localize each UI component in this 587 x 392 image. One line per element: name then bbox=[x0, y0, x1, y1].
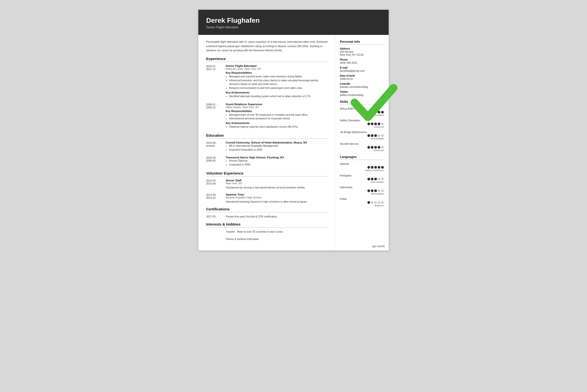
responsibility-item: Relayed communication to and from passen… bbox=[229, 86, 329, 90]
email-value: derekflug@gmail.com bbox=[340, 69, 384, 72]
interest-spacer bbox=[206, 237, 226, 241]
education-list: 2016-09 - presentCornell University, Sch… bbox=[206, 141, 329, 168]
certifications-section-title: Certifications bbox=[206, 207, 329, 212]
language-item: IndonesianIntermediate bbox=[340, 186, 384, 195]
address-label: Address bbox=[340, 47, 384, 50]
company: Hilton Hotels, New York, NY bbox=[226, 106, 329, 108]
interests-section-title: Interests & Hobbies bbox=[206, 222, 329, 228]
dob-value: 1986-04-02 bbox=[340, 77, 384, 80]
personal-info-title: Personal Info bbox=[340, 40, 384, 45]
education-bullet: BA in International Hospitality Manageme… bbox=[229, 144, 329, 148]
responsibilities-list: Managed and coached junior cabin crew me… bbox=[226, 75, 329, 90]
skill-dots bbox=[340, 146, 384, 149]
education-bullet: Expected Graduation in 2020 bbox=[229, 148, 329, 152]
institution-name: Cornell University, School of Hotel Admi… bbox=[226, 141, 329, 144]
dot-filled bbox=[374, 146, 377, 149]
volunteer-description: Volunteered by serving in fast-paced kit… bbox=[226, 186, 329, 190]
skills-title: Skills bbox=[340, 100, 384, 105]
skill-dots bbox=[340, 122, 384, 125]
dot-filled bbox=[367, 178, 370, 180]
summary-text: Personable flight attendant with 2+ year… bbox=[206, 40, 329, 53]
entry-dates: 2011-08 - 2013-10 bbox=[206, 193, 226, 204]
resume-header: Derek Flughafen Senior Flight Attendant bbox=[198, 10, 389, 35]
dot-filled bbox=[367, 190, 370, 192]
dot-empty bbox=[381, 146, 384, 149]
interests-list: Traveler - flown to over 30 countries in… bbox=[206, 230, 329, 241]
languages-title: Languages bbox=[340, 155, 384, 160]
experience-section-title: Experience bbox=[206, 57, 329, 62]
twitter-value: twitter.com/derekflug bbox=[340, 94, 384, 96]
dot-filled bbox=[371, 190, 374, 192]
skill-item: Jet Bridge MaintenanceIntermediate bbox=[340, 130, 384, 140]
skill-item: Safety OrientationAdvanced bbox=[340, 119, 384, 128]
education-bullet: Graduated in 2005 bbox=[229, 163, 329, 167]
twitter-block: Twitter twitter.com/derekflug bbox=[340, 90, 384, 96]
dot-filled bbox=[367, 134, 370, 137]
language-level-label: Intermediate bbox=[340, 180, 384, 183]
dot-filled bbox=[367, 111, 370, 114]
dot-filled bbox=[374, 122, 377, 125]
volunteer-section-title: Volunteer Experience bbox=[206, 171, 329, 176]
entry-dates: 2014-04 - 2015-08 bbox=[206, 179, 226, 190]
volunteer-company: New York, NY bbox=[226, 182, 329, 185]
entry-dates: 2016-09 - present bbox=[206, 141, 226, 153]
dot-filled bbox=[367, 166, 370, 169]
achievements-label: Key Achievements bbox=[226, 91, 329, 94]
language-name: Indonesian bbox=[340, 186, 384, 189]
dot-filled bbox=[378, 122, 380, 125]
dot-filled bbox=[367, 122, 370, 125]
skill-level-label: Excellent bbox=[340, 114, 384, 116]
dot-empty bbox=[381, 178, 384, 180]
skill-name: Safety Orientation bbox=[340, 119, 384, 122]
dot-filled bbox=[374, 166, 377, 169]
entry-content: Server StaffNew York, NYVolunteered by s… bbox=[226, 179, 329, 190]
uptowork-branding: uptowork bbox=[372, 244, 385, 248]
experience-entry: 2010-01 - 2012-12Senior Flight Attendant… bbox=[206, 64, 329, 99]
skill-item: Airbus A380 CabinExcellent bbox=[340, 107, 384, 116]
cert-date: 2017-03 bbox=[206, 215, 226, 219]
phone-block: Phone (929) 555-4321 bbox=[340, 58, 384, 64]
entry-dates: 2008-01 - 2009-12 bbox=[206, 103, 226, 130]
responsibility-item: Influenced business- and first-class cli… bbox=[229, 78, 329, 86]
dot-filled bbox=[367, 146, 370, 149]
responsibility-item: Managed team of over 30 employees in rec… bbox=[229, 113, 329, 117]
language-dots bbox=[340, 178, 384, 180]
interest-entry: Traveler - flown to over 30 countries in… bbox=[206, 230, 329, 234]
skill-level-label: Advanced bbox=[340, 149, 384, 152]
cert-text: Passed five-year First Aid & CPR certifi… bbox=[226, 215, 329, 219]
main-column: Personable flight attendant with 2+ year… bbox=[198, 35, 335, 250]
responsibility-item: Administered personal assistance to corp… bbox=[229, 117, 329, 120]
dot-filled bbox=[374, 134, 377, 137]
skill-dots bbox=[340, 111, 384, 114]
volunteer-company: Andrew Hamilton High School bbox=[226, 196, 329, 199]
address-line1: 350 5th Ave bbox=[340, 50, 384, 53]
achievements-label: Key Achievements bbox=[226, 122, 329, 124]
education-section-title: Education bbox=[206, 133, 329, 139]
dot-empty bbox=[378, 201, 380, 204]
dot-empty bbox=[381, 134, 384, 137]
dot-filled bbox=[371, 134, 374, 137]
dot-filled bbox=[371, 122, 374, 125]
resume-body: Personable flight attendant with 2+ year… bbox=[198, 35, 389, 250]
dot-empty bbox=[374, 201, 377, 204]
twitter-label: Twitter bbox=[340, 90, 384, 93]
experience-list: 2010-01 - 2012-12Senior Flight Attendant… bbox=[206, 64, 329, 130]
dot-filled bbox=[381, 111, 384, 114]
phone-label: Phone bbox=[340, 58, 384, 61]
job-title: Guest Relations Supervisor bbox=[226, 103, 329, 106]
dob-label: Date of birth bbox=[340, 74, 384, 77]
volunteer-list: 2014-04 - 2015-08Server StaffNew York, N… bbox=[206, 179, 329, 204]
entry-content: Guest Relations SupervisorHilton Hotels,… bbox=[226, 103, 329, 130]
dob-block: Date of birth 1986-04-02 bbox=[340, 74, 384, 80]
dot-empty bbox=[381, 190, 384, 192]
linkedin-label: LinkedIn bbox=[340, 82, 384, 85]
dot-filled bbox=[374, 111, 377, 114]
achievement-item: Identified alternate boarding system whi… bbox=[229, 94, 329, 98]
education-bullets: BA in International Hospitality Manageme… bbox=[226, 144, 329, 152]
skill-name: Aircraft Intercom bbox=[340, 142, 384, 145]
skill-level-label: Intermediate bbox=[340, 137, 384, 140]
interest-text: Traveler - flown to over 30 countries in… bbox=[226, 230, 329, 234]
dot-empty bbox=[381, 122, 384, 125]
address-line2: New York, NY 10118 bbox=[340, 53, 384, 56]
entry-dates: 2002-09 - 2005-05 bbox=[206, 156, 226, 168]
